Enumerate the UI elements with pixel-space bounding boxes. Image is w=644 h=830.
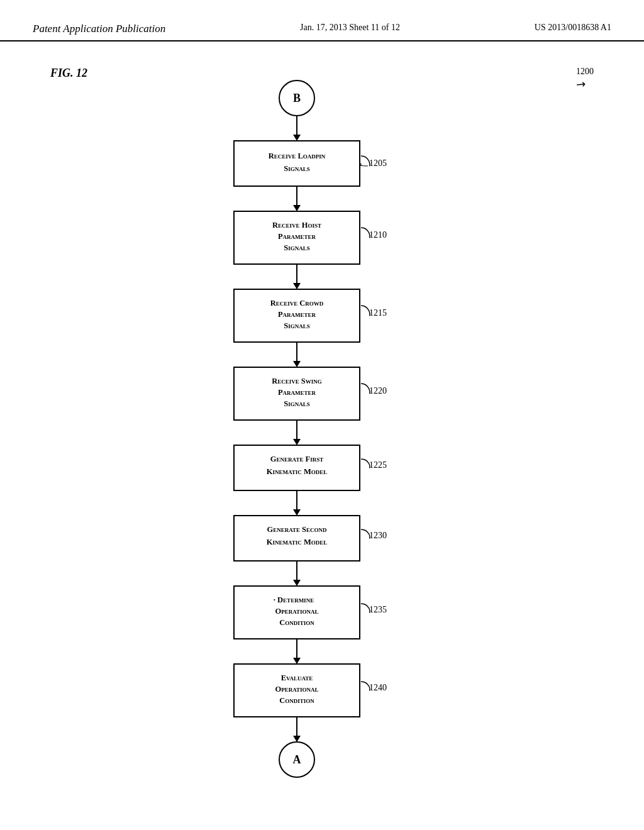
label-1230: 1230 bbox=[369, 531, 387, 540]
curve-1220 bbox=[361, 384, 370, 394]
arrowhead-1235-to-1240 bbox=[293, 658, 301, 664]
box-1220-text-line1: Receive Swing bbox=[272, 377, 322, 385]
box-1210-text-line3: Signals bbox=[284, 243, 309, 252]
box-1240-text-line3: Condition bbox=[279, 696, 314, 705]
arrowhead-1230-to-1235 bbox=[293, 580, 301, 586]
box-1215-text-line3: Signals bbox=[284, 321, 309, 330]
curve-1230 bbox=[361, 529, 370, 538]
flowchart-svg: B Receive Loadpin Signals 1205 Receive H… bbox=[133, 73, 498, 796]
curve-1240 bbox=[361, 682, 370, 690]
box-1210-text-line1: Receive Hoist bbox=[272, 221, 321, 230]
label-1220: 1220 bbox=[369, 386, 387, 396]
start-label: B bbox=[293, 92, 301, 104]
box-1210-text-line2: Parameter bbox=[278, 232, 316, 241]
box-1220-text-line3: Signals bbox=[284, 399, 309, 408]
box-1205-text-line1: Receive Loadpin bbox=[269, 152, 326, 160]
box-1215-text-line2: Parameter bbox=[278, 310, 316, 319]
box-1205 bbox=[234, 141, 360, 186]
arrowhead-1220-to-1225 bbox=[293, 439, 301, 445]
figure-label: FIG. 12 bbox=[50, 67, 87, 80]
publication-number: US 2013/0018638 A1 bbox=[535, 23, 611, 33]
label-1205: 1205 bbox=[369, 158, 387, 168]
arrowhead-1210-to-1215 bbox=[293, 283, 301, 289]
arrowhead-1225-to-1230 bbox=[293, 509, 301, 516]
box-1205-text-line2: Signals bbox=[284, 164, 309, 173]
curve-1205 bbox=[361, 156, 370, 166]
figure-ref-number: 1200 ↙ bbox=[576, 67, 594, 92]
page-header: Patent Application Publication Jan. 17, … bbox=[0, 0, 644, 42]
flowchart: B Receive Loadpin Signals 1205 Receive H… bbox=[133, 73, 511, 799]
arrowhead-1215-to-1220 bbox=[293, 361, 301, 367]
arrowhead-1205-to-1210 bbox=[293, 205, 301, 211]
box-1240-text-line2: Operational bbox=[275, 685, 318, 694]
label-1215: 1215 bbox=[369, 308, 387, 318]
label-1210: 1210 bbox=[369, 230, 387, 240]
arrowhead-1240-to-a bbox=[293, 736, 301, 742]
box-1225-text-line1: Generate First bbox=[270, 455, 323, 463]
main-content: FIG. 12 1200 ↙ B Receive Loadpin Signals… bbox=[0, 42, 644, 799]
arrowhead-b-to-1205 bbox=[293, 135, 301, 141]
box-1230-text-line1: Generate Second bbox=[267, 525, 327, 534]
label-1240: 1240 bbox=[369, 683, 387, 692]
box-1230-text-line2: Kinematic Model bbox=[267, 538, 328, 546]
curve-1225 bbox=[361, 459, 370, 468]
box-1215-text-line1: Receive Crowd bbox=[270, 299, 324, 307]
publication-date-sheet: Jan. 17, 2013 Sheet 11 of 12 bbox=[300, 23, 400, 33]
box-1225-text-line2: Kinematic Model bbox=[267, 467, 328, 476]
end-label: A bbox=[293, 753, 301, 766]
publication-label: Patent Application Publication bbox=[33, 23, 165, 35]
box-1235-text-line1: · Determine bbox=[274, 595, 314, 604]
label-1235: 1235 bbox=[369, 605, 387, 614]
box-1220-text-line2: Parameter bbox=[278, 388, 316, 397]
box-1235-text-line2: Operational bbox=[275, 607, 318, 616]
curve-1215 bbox=[361, 306, 370, 316]
label-1225: 1225 bbox=[369, 460, 387, 470]
curve-1235 bbox=[361, 604, 370, 612]
curve-1210 bbox=[361, 228, 370, 238]
box-1235-text-line3: Condition bbox=[279, 618, 314, 627]
box-1240-text-line1: Evaluate bbox=[281, 673, 313, 682]
